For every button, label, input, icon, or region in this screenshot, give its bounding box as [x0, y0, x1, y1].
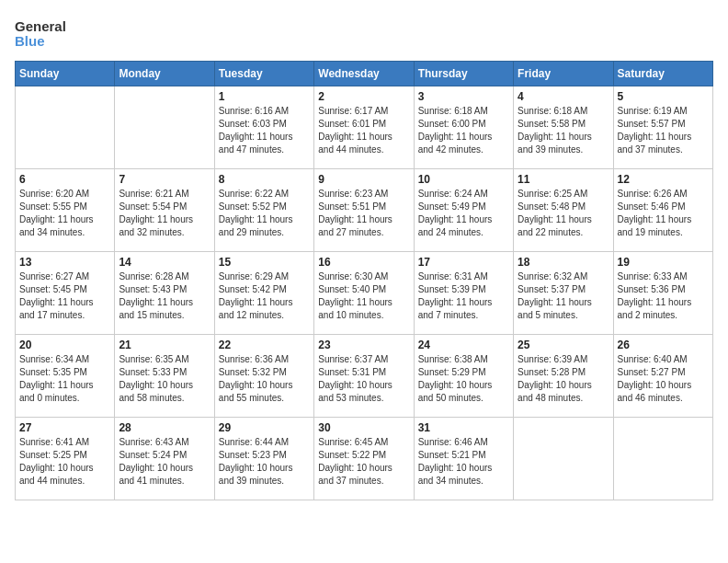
day-info: Sunrise: 6:34 AM Sunset: 5:35 PM Dayligh…	[19, 353, 110, 405]
day-cell: 25Sunrise: 6:39 AM Sunset: 5:28 PM Dayli…	[514, 335, 613, 418]
day-number: 21	[119, 339, 210, 351]
day-info: Sunrise: 6:25 AM Sunset: 5:48 PM Dayligh…	[518, 188, 609, 239]
day-number: 31	[418, 421, 509, 434]
day-info: Sunrise: 6:22 AM Sunset: 5:52 PM Dayligh…	[219, 188, 310, 239]
day-number: 24	[418, 339, 509, 351]
day-number: 3	[418, 90, 509, 103]
day-cell: 24Sunrise: 6:38 AM Sunset: 5:29 PM Dayli…	[414, 335, 513, 418]
logo: General Blue	[15, 15, 70, 53]
day-info: Sunrise: 6:33 AM Sunset: 5:36 PM Dayligh…	[618, 270, 709, 322]
day-cell: 4Sunrise: 6:18 AM Sunset: 5:58 PM Daylig…	[514, 86, 613, 169]
day-number: 15	[219, 256, 310, 269]
day-number: 22	[219, 339, 310, 351]
day-cell: 6Sunrise: 6:20 AM Sunset: 5:55 PM Daylig…	[16, 169, 115, 252]
day-number: 5	[618, 90, 709, 103]
day-cell	[115, 86, 214, 169]
day-number: 7	[119, 173, 210, 186]
day-cell: 5Sunrise: 6:19 AM Sunset: 5:57 PM Daylig…	[613, 86, 712, 169]
day-info: Sunrise: 6:28 AM Sunset: 5:43 PM Dayligh…	[119, 270, 210, 322]
header-cell-friday: Friday	[514, 62, 613, 86]
svg-text:General: General	[15, 18, 66, 34]
day-cell: 28Sunrise: 6:43 AM Sunset: 5:24 PM Dayli…	[115, 418, 214, 500]
day-info: Sunrise: 6:19 AM Sunset: 5:57 PM Dayligh…	[618, 105, 709, 156]
day-cell: 7Sunrise: 6:21 AM Sunset: 5:54 PM Daylig…	[115, 169, 214, 252]
day-info: Sunrise: 6:32 AM Sunset: 5:37 PM Dayligh…	[518, 270, 609, 322]
day-number: 19	[618, 256, 709, 269]
header-cell-tuesday: Tuesday	[214, 62, 313, 86]
day-cell: 10Sunrise: 6:24 AM Sunset: 5:49 PM Dayli…	[414, 169, 513, 252]
day-cell: 3Sunrise: 6:18 AM Sunset: 6:00 PM Daylig…	[414, 86, 513, 169]
day-number: 1	[219, 90, 310, 103]
day-number: 28	[119, 421, 210, 434]
day-info: Sunrise: 6:18 AM Sunset: 5:58 PM Dayligh…	[518, 105, 609, 156]
header-cell-monday: Monday	[115, 62, 214, 86]
day-number: 18	[518, 256, 609, 269]
day-info: Sunrise: 6:16 AM Sunset: 6:03 PM Dayligh…	[219, 105, 310, 156]
svg-text:Blue: Blue	[15, 33, 45, 49]
day-info: Sunrise: 6:26 AM Sunset: 5:46 PM Dayligh…	[618, 188, 709, 239]
day-info: Sunrise: 6:38 AM Sunset: 5:29 PM Dayligh…	[418, 353, 509, 405]
day-cell: 29Sunrise: 6:44 AM Sunset: 5:23 PM Dayli…	[214, 418, 313, 500]
week-row-1: 6Sunrise: 6:20 AM Sunset: 5:55 PM Daylig…	[16, 169, 713, 252]
day-number: 8	[219, 173, 310, 186]
day-info: Sunrise: 6:46 AM Sunset: 5:21 PM Dayligh…	[418, 436, 509, 488]
header-cell-wednesday: Wednesday	[314, 62, 414, 86]
day-info: Sunrise: 6:37 AM Sunset: 5:31 PM Dayligh…	[318, 353, 409, 405]
day-number: 12	[618, 173, 709, 186]
day-number: 26	[618, 339, 709, 351]
day-cell: 1Sunrise: 6:16 AM Sunset: 6:03 PM Daylig…	[214, 86, 313, 169]
day-info: Sunrise: 6:45 AM Sunset: 5:22 PM Dayligh…	[318, 436, 409, 488]
day-cell: 30Sunrise: 6:45 AM Sunset: 5:22 PM Dayli…	[314, 418, 414, 500]
day-info: Sunrise: 6:18 AM Sunset: 6:00 PM Dayligh…	[418, 105, 509, 156]
day-info: Sunrise: 6:27 AM Sunset: 5:45 PM Dayligh…	[19, 270, 110, 322]
day-cell: 13Sunrise: 6:27 AM Sunset: 5:45 PM Dayli…	[16, 252, 115, 335]
day-cell: 18Sunrise: 6:32 AM Sunset: 5:37 PM Dayli…	[514, 252, 613, 335]
day-cell: 16Sunrise: 6:30 AM Sunset: 5:40 PM Dayli…	[314, 252, 414, 335]
day-cell: 14Sunrise: 6:28 AM Sunset: 5:43 PM Dayli…	[115, 252, 214, 335]
day-cell: 20Sunrise: 6:34 AM Sunset: 5:35 PM Dayli…	[16, 335, 115, 418]
day-cell: 17Sunrise: 6:31 AM Sunset: 5:39 PM Dayli…	[414, 252, 513, 335]
day-number: 6	[19, 173, 110, 186]
day-number: 10	[418, 173, 509, 186]
day-info: Sunrise: 6:35 AM Sunset: 5:33 PM Dayligh…	[119, 353, 210, 405]
day-number: 27	[19, 421, 110, 434]
day-cell	[514, 418, 613, 500]
day-info: Sunrise: 6:17 AM Sunset: 6:01 PM Dayligh…	[318, 105, 409, 156]
day-cell: 31Sunrise: 6:46 AM Sunset: 5:21 PM Dayli…	[414, 418, 513, 500]
logo-svg: General Blue	[15, 15, 70, 53]
day-cell: 19Sunrise: 6:33 AM Sunset: 5:36 PM Dayli…	[613, 252, 712, 335]
day-number: 23	[318, 339, 409, 351]
week-row-2: 13Sunrise: 6:27 AM Sunset: 5:45 PM Dayli…	[16, 252, 713, 335]
day-number: 11	[518, 173, 609, 186]
day-cell	[613, 418, 712, 500]
day-cell: 9Sunrise: 6:23 AM Sunset: 5:51 PM Daylig…	[314, 169, 414, 252]
day-info: Sunrise: 6:29 AM Sunset: 5:42 PM Dayligh…	[219, 270, 310, 322]
day-info: Sunrise: 6:44 AM Sunset: 5:23 PM Dayligh…	[219, 436, 310, 488]
day-info: Sunrise: 6:31 AM Sunset: 5:39 PM Dayligh…	[418, 270, 509, 322]
day-info: Sunrise: 6:40 AM Sunset: 5:27 PM Dayligh…	[618, 353, 709, 405]
header-cell-sunday: Sunday	[16, 62, 115, 86]
day-info: Sunrise: 6:41 AM Sunset: 5:25 PM Dayligh…	[19, 436, 110, 488]
day-info: Sunrise: 6:21 AM Sunset: 5:54 PM Dayligh…	[119, 188, 210, 239]
header: General Blue	[15, 15, 713, 53]
day-cell: 12Sunrise: 6:26 AM Sunset: 5:46 PM Dayli…	[613, 169, 712, 252]
day-cell: 27Sunrise: 6:41 AM Sunset: 5:25 PM Dayli…	[16, 418, 115, 500]
day-number: 4	[518, 90, 609, 103]
day-cell: 26Sunrise: 6:40 AM Sunset: 5:27 PM Dayli…	[613, 335, 712, 418]
day-cell: 11Sunrise: 6:25 AM Sunset: 5:48 PM Dayli…	[514, 169, 613, 252]
day-number: 13	[19, 256, 110, 269]
day-cell: 8Sunrise: 6:22 AM Sunset: 5:52 PM Daylig…	[214, 169, 313, 252]
day-info: Sunrise: 6:39 AM Sunset: 5:28 PM Dayligh…	[518, 353, 609, 405]
day-info: Sunrise: 6:23 AM Sunset: 5:51 PM Dayligh…	[318, 188, 409, 239]
day-number: 14	[119, 256, 210, 269]
day-info: Sunrise: 6:43 AM Sunset: 5:24 PM Dayligh…	[119, 436, 210, 488]
day-info: Sunrise: 6:20 AM Sunset: 5:55 PM Dayligh…	[19, 188, 110, 239]
day-number: 9	[318, 173, 409, 186]
header-row: SundayMondayTuesdayWednesdayThursdayFrid…	[16, 62, 713, 86]
day-number: 2	[318, 90, 409, 103]
day-number: 20	[19, 339, 110, 351]
day-number: 17	[418, 256, 509, 269]
day-number: 29	[219, 421, 310, 434]
day-info: Sunrise: 6:36 AM Sunset: 5:32 PM Dayligh…	[219, 353, 310, 405]
day-info: Sunrise: 6:30 AM Sunset: 5:40 PM Dayligh…	[318, 270, 409, 322]
